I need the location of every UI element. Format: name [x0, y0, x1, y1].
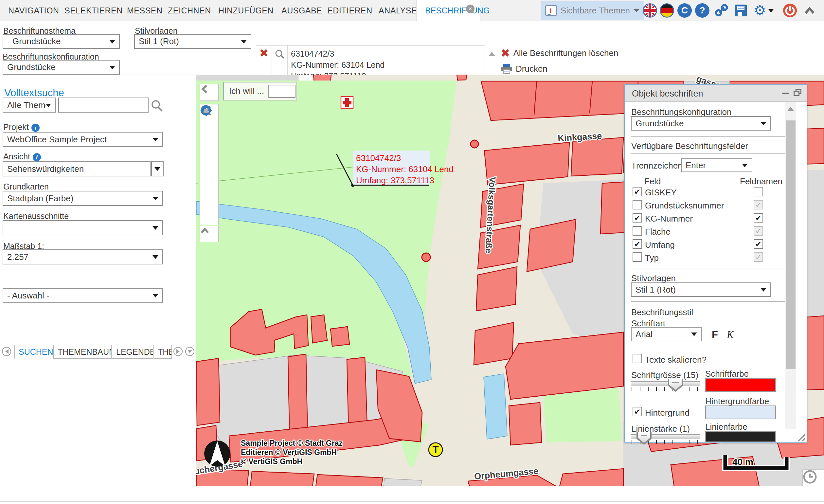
chevron-down-icon	[760, 122, 766, 128]
schriftgroesse-label: Schriftgrösse (15)	[631, 370, 698, 380]
menu-zeichnen[interactable]: ZEICHNEN	[168, 0, 211, 21]
texte-skalieren-checkbox[interactable]	[633, 354, 642, 363]
kartenausschnitte-select[interactable]	[3, 220, 163, 235]
beschriftungsthema-select[interactable]: Grundstücke	[3, 34, 120, 49]
tabs-overflow-button[interactable]	[185, 347, 194, 356]
ich-will-widget[interactable]: Ich will ...	[223, 82, 297, 100]
field-checkbox-typ[interactable]	[633, 252, 642, 262]
objekt-beschriften-panel: Objekt beschriften Beschriftungskonfigur…	[624, 84, 807, 442]
hintergrundfarbe-swatch[interactable]	[705, 405, 776, 419]
panel-scrollbar[interactable]	[785, 102, 796, 429]
bold-button[interactable]: F	[712, 329, 718, 341]
search-icon[interactable]	[150, 99, 164, 113]
print-button[interactable]: Drucken	[501, 62, 547, 75]
help-icon[interactable]: ?	[695, 3, 710, 18]
delete-all-labels-button[interactable]: ✖ Alle Beschriftungen löschen	[501, 46, 618, 60]
panel-resize-handle[interactable]	[797, 432, 805, 441]
tab-themen-truncated[interactable]: THEMEN	[153, 345, 172, 359]
scrollbar-thumb[interactable]	[786, 120, 796, 369]
collapse-sidebar-button[interactable]	[200, 84, 219, 101]
beschriftung-ribbon: Beschriftungsthema Grundstücke Beschrift…	[0, 21, 824, 75]
name-checkbox-kg-nummer[interactable]: ✔	[754, 213, 763, 222]
tab-legende[interactable]: LEGENDE	[112, 345, 153, 359]
zoom-in-button[interactable]	[202, 136, 217, 150]
restore-window-icon[interactable]	[794, 89, 801, 96]
auswahl-select[interactable]: - Auswahl -	[3, 288, 163, 303]
ansicht-select[interactable]: Sehenswürdigkeiten	[3, 161, 150, 176]
logout-power-icon[interactable]	[783, 3, 797, 18]
save-icon[interactable]	[734, 3, 748, 18]
link-icon[interactable]	[714, 3, 728, 18]
search-input[interactable]	[58, 98, 148, 113]
settings-caret-icon[interactable]	[768, 9, 774, 15]
minimize-icon[interactable]	[782, 93, 789, 94]
trennzeichen-select[interactable]: Enter	[681, 159, 752, 172]
ich-will-input[interactable]	[268, 85, 296, 98]
scroll-up-icon[interactable]	[488, 52, 496, 56]
chevron-down-icon	[109, 40, 115, 46]
previous-extent-button[interactable]	[202, 165, 217, 180]
chevron-down-icon	[152, 226, 159, 233]
alle-themen-select[interactable]: Alle Themen	[3, 98, 56, 113]
field-checkbox-flaeche[interactable]	[633, 226, 642, 236]
schriftfarbe-swatch[interactable]	[705, 378, 776, 392]
ansicht-dropdown-button[interactable]	[151, 161, 164, 176]
language-english-flag-icon[interactable]	[643, 3, 657, 18]
menu-ausgabe[interactable]: AUSGABE	[282, 0, 322, 21]
collapse-toolbar-chevron-icon[interactable]	[802, 3, 817, 18]
menu-hinzufuegen[interactable]: HINZUFÜGEN	[218, 0, 274, 21]
triangle-right-icon	[176, 349, 182, 354]
grundkarten-select[interactable]: Stadtplan (Farbe)	[3, 191, 163, 206]
tab-close-icon[interactable]: ×	[466, 5, 475, 13]
settings-gear-icon[interactable]: ⚙	[753, 3, 767, 18]
hintergrund-checkbox[interactable]: ✔	[633, 407, 642, 416]
svg-text:T: T	[433, 444, 439, 456]
pan-button[interactable]	[202, 209, 217, 224]
menu-selektieren[interactable]: SELEKTIEREN	[65, 0, 123, 21]
massstab-select[interactable]: 2.257	[3, 249, 163, 265]
printer-icon	[501, 63, 512, 74]
poi-circle-marker	[471, 140, 479, 148]
name-checkbox-umfang[interactable]: ✔	[754, 239, 763, 249]
schriftart-select[interactable]: Arial	[631, 327, 702, 341]
center-map-button[interactable]	[202, 195, 217, 209]
field-checkbox-umfang[interactable]: ✔	[633, 239, 642, 249]
panel-beschriftungskonfiguration-select[interactable]: Grundstücke	[631, 116, 771, 130]
field-checkbox-kg-nummer[interactable]: ✔	[633, 213, 642, 222]
menu-messen[interactable]: MESSEN	[127, 0, 163, 21]
copyright-info-icon[interactable]: C	[678, 3, 692, 18]
full-extent-globe-button[interactable]	[202, 121, 217, 136]
field-checkbox-giskey[interactable]: ✔	[633, 187, 642, 196]
collapse-map-toolbar-button[interactable]	[200, 226, 219, 242]
top-menu-bar: NAVIGATION SELEKTIEREN MESSEN ZEICHNEN H…	[0, 0, 824, 21]
italic-button[interactable]: K	[727, 329, 734, 341]
projekt-select[interactable]: WebOffice Sample Project	[3, 132, 163, 147]
scroll-up-icon[interactable]	[787, 107, 794, 111]
menu-analyse[interactable]: ANALYSE	[379, 0, 417, 21]
panel-header[interactable]: Objekt beschriften	[625, 85, 807, 102]
name-checkbox-typ: ✓	[754, 252, 763, 262]
menu-navigation[interactable]: NAVIGATION	[8, 0, 59, 21]
tabs-scroll-right-button[interactable]	[174, 347, 183, 356]
visible-themes-dropdown[interactable]: i Sichtbare Themen	[541, 1, 644, 20]
stilvorlagen-select[interactable]: Stil 1 (Rot)	[134, 34, 251, 49]
info-icon[interactable]: i	[33, 153, 41, 161]
tab-suchen[interactable]: SUCHEN	[14, 345, 53, 359]
hintergrund-label: Hintergrund	[645, 408, 690, 418]
time-slider-button[interactable]	[802, 469, 824, 486]
name-checkbox-giskey[interactable]	[754, 187, 763, 196]
poi-circle-marker	[422, 253, 430, 262]
panel-stilvorlagen-select[interactable]: Stil 1 (Rot)	[631, 283, 771, 297]
chevron-down-icon	[109, 66, 115, 72]
field-checkbox-grundstuecksnummer[interactable]	[633, 200, 642, 209]
next-extent-button[interactable]	[202, 180, 217, 195]
language-german-flag-icon[interactable]	[660, 3, 674, 18]
chevron-down-icon	[633, 9, 639, 12]
tab-themenbaum[interactable]: THEMENBAUM	[54, 345, 112, 359]
menu-editieren[interactable]: EDITIEREN	[327, 0, 373, 21]
info-icon[interactable]: i	[31, 124, 39, 132]
zoom-out-button[interactable]	[202, 150, 217, 165]
linienfarbe-swatch[interactable]	[705, 431, 776, 442]
tabs-scroll-left-button[interactable]	[2, 347, 11, 356]
beschriftungskonfiguration-select[interactable]: Grundstücke	[3, 60, 120, 75]
